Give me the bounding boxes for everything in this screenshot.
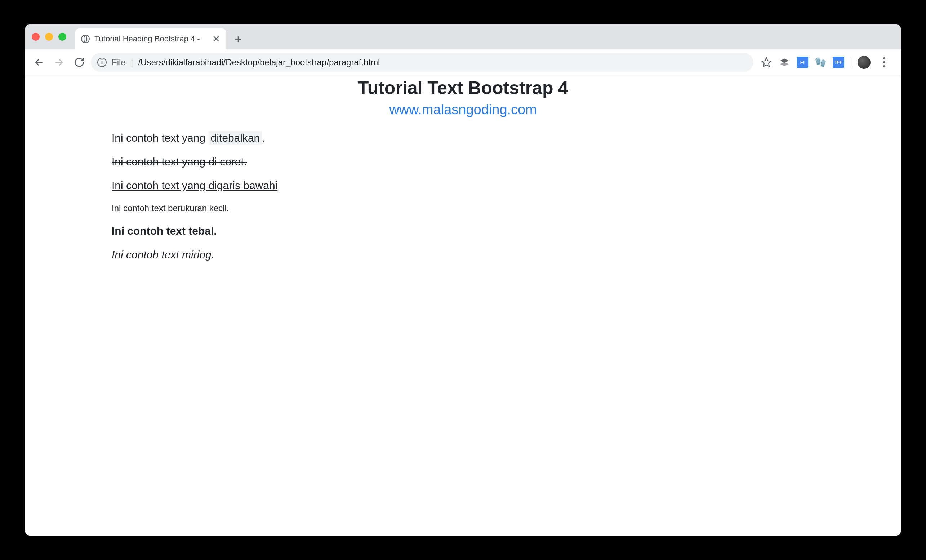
page-subheading-link[interactable]: www.malasngoding.com — [25, 102, 901, 118]
window-controls — [32, 33, 66, 41]
globe-icon — [81, 34, 90, 44]
browser-menu-button[interactable] — [877, 57, 891, 67]
text-prefix: Ini contoh text yang — [112, 132, 209, 144]
text-suffix: . — [262, 132, 265, 144]
paragraph-strikethrough: Ini contoh text yang di coret. — [112, 156, 814, 168]
toolbar: i File | /Users/dikialfarabihadi/Desktop… — [25, 49, 901, 75]
browser-window: Tutorial Heading Bootstrap 4 - ✕ + i Fil… — [25, 24, 901, 536]
svg-marker-3 — [780, 62, 788, 66]
extension-fi-icon[interactable]: FI — [797, 57, 808, 68]
paragraph-underline: Ini contoh text yang digaris bawahi — [112, 179, 814, 192]
reload-button[interactable] — [71, 54, 88, 71]
maximize-window-button[interactable] — [58, 33, 66, 41]
paragraph-italic: Ini contoh text miring. — [112, 249, 814, 261]
body-text: Ini contoh text yang ditebalkan. Ini con… — [25, 132, 901, 261]
paragraph-small: Ini contoh text berukuran kecil. — [112, 203, 814, 213]
new-tab-button[interactable]: + — [229, 30, 247, 48]
address-bar[interactable]: i File | /Users/dikialfarabihadi/Desktop… — [91, 53, 754, 72]
bookmark-star-button[interactable] — [761, 57, 772, 68]
url-separator: | — [131, 57, 133, 68]
site-info-icon[interactable]: i — [97, 58, 107, 67]
browser-tab[interactable]: Tutorial Heading Bootstrap 4 - ✕ — [75, 29, 226, 49]
tab-title: Tutorial Heading Bootstrap 4 - — [94, 34, 207, 44]
svg-marker-1 — [762, 58, 771, 66]
extension-gloves-icon[interactable]: 🧤 — [815, 57, 826, 68]
page-content: Tutorial Text Bootstrap 4 www.malasngodi… — [25, 75, 901, 261]
profile-avatar[interactable] — [858, 56, 870, 69]
minimize-window-button[interactable] — [45, 33, 53, 41]
page-heading: Tutorial Text Bootstrap 4 — [25, 77, 901, 98]
close-tab-button[interactable]: ✕ — [212, 33, 221, 45]
back-button[interactable] — [30, 54, 48, 71]
paragraph-bold: Ini contoh text tebal. — [112, 225, 814, 237]
extension-icons: FI 🧤 TFF — [761, 56, 891, 69]
mark-text: ditebalkan — [209, 131, 262, 144]
close-window-button[interactable] — [32, 33, 39, 41]
extension-tff-icon[interactable]: TFF — [833, 57, 844, 68]
tab-bar: Tutorial Heading Bootstrap 4 - ✕ + — [25, 24, 901, 49]
viewport: Tutorial Text Bootstrap 4 www.malasngodi… — [25, 75, 901, 536]
forward-button[interactable] — [50, 54, 68, 71]
extension-layers-icon[interactable] — [779, 57, 790, 68]
url-scheme: File — [112, 57, 126, 67]
paragraph-mark: Ini contoh text yang ditebalkan. — [112, 132, 814, 144]
url-path: /Users/dikialfarabihadi/Desktop/belajar_… — [138, 57, 747, 67]
toolbar-separator — [851, 57, 851, 68]
